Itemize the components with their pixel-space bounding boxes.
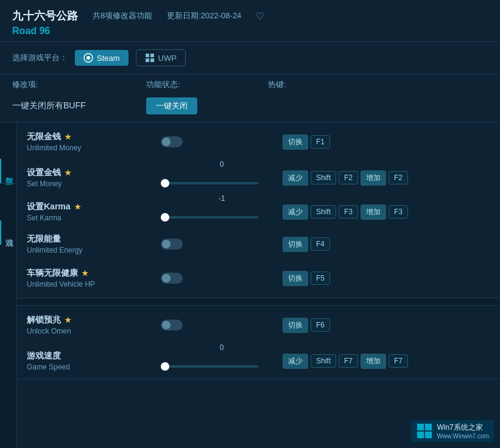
mod-name-en: Set Money <box>27 180 161 188</box>
hotkey-btn-f4[interactable]: F4 <box>311 237 330 251</box>
steam-icon <box>83 53 93 63</box>
mod-name-en: Unlimited Money <box>27 144 161 152</box>
svg-rect-7 <box>425 424 432 430</box>
hotkey-btn-f7-dec[interactable]: F7 <box>339 354 358 368</box>
sidebar: 数据 游戏 <box>0 122 17 448</box>
watermark: Win7系统之家 Www.Winwin7.com <box>411 420 494 442</box>
hotkey-btn-increase[interactable]: 增加 <box>361 170 386 186</box>
slider-value: 0 <box>220 343 224 352</box>
mod-name-area: 车辆无限健康 ★ Unlimited Vehicle HP <box>27 268 161 289</box>
slider-track[interactable] <box>161 365 258 368</box>
hotkey-btn-f3-inc[interactable]: F3 <box>389 205 408 219</box>
toggle-switch[interactable] <box>161 320 183 331</box>
table-row: 车辆无限健康 ★ Unlimited Vehicle HP 切换 F5 <box>17 261 500 295</box>
svg-rect-3 <box>150 54 154 57</box>
heart-icon[interactable]: ♡ <box>256 10 264 22</box>
svg-rect-8 <box>417 432 424 438</box>
onekey-btn-area: 一键关闭 <box>146 97 268 114</box>
mod-hotkey-area: 切换 F4 <box>283 237 490 252</box>
hotkey-btn-toggle[interactable]: 切换 <box>283 135 308 150</box>
slider-thumb[interactable] <box>161 362 169 371</box>
mod-name-en: Unlimited Energy <box>27 246 161 254</box>
col-hotkey-header: 热键: <box>268 79 488 90</box>
mod-name-cn: 设置Karma ★ <box>27 201 161 212</box>
uwp-platform-btn[interactable]: UWP <box>136 49 186 66</box>
game-title-cn: 九十六号公路 <box>12 9 78 23</box>
svg-rect-5 <box>150 58 154 62</box>
platform-label: 选择游戏平台： <box>12 52 68 63</box>
mod-row-top: 设置金钱 ★ Set Money 0 减少 Shift <box>17 159 500 193</box>
hotkey-btn-increase[interactable]: 增加 <box>361 205 386 220</box>
hotkey-btn-shift[interactable]: Shift <box>311 171 336 184</box>
hotkey-btn-shift[interactable]: Shift <box>311 354 336 368</box>
mod-row-top: 设置Karma ★ Set Karma -1 减少 Shift <box>17 193 500 227</box>
slider-thumb[interactable] <box>161 213 169 222</box>
table-row: 设置Karma ★ Set Karma -1 减少 Shift <box>17 193 500 227</box>
star-icon: ★ <box>82 269 88 278</box>
hotkey-btn-increase[interactable]: 增加 <box>361 354 386 369</box>
hotkey-btn-f3-dec[interactable]: F3 <box>339 205 358 219</box>
star-icon: ★ <box>74 203 81 211</box>
update-date: 更新日期:2022-08-24 <box>167 10 241 21</box>
hotkey-btn-f6[interactable]: F6 <box>311 318 330 332</box>
hotkey-btn-decrease[interactable]: 减少 <box>283 354 308 369</box>
svg-rect-4 <box>146 58 149 62</box>
mod-name-area: 设置Karma ★ Set Karma <box>27 201 161 222</box>
star-icon: ★ <box>65 169 71 177</box>
mod-name-en: Unlock Omen <box>27 327 161 335</box>
mod-name-cn: 解锁预兆 ★ <box>27 315 161 326</box>
hotkey-btn-decrease[interactable]: 减少 <box>283 205 308 220</box>
mod-name-cn: 无限能量 <box>27 234 161 245</box>
mod-name-area: 游戏速度 Game Speed <box>27 351 161 371</box>
main-content: 数据 游戏 无限金钱 ★ Unlimited Money 切换 F1 <box>0 122 500 448</box>
col-mod-header: 修改项: <box>12 79 146 90</box>
slider-track[interactable] <box>161 216 258 219</box>
hotkey-btn-f1[interactable]: F1 <box>311 135 330 149</box>
mod-slider-control: 0 <box>161 354 283 368</box>
mod-hotkey-area: 减少 Shift F3 增加 F3 <box>283 205 490 220</box>
watermark-text: Win7系统之家 Www.Winwin7.com <box>437 422 489 439</box>
table-row: 游戏速度 Game Speed 0 减少 Shift <box>17 342 500 376</box>
hotkey-btn-shift[interactable]: Shift <box>311 205 336 219</box>
mod-name-cn: 无限金钱 ★ <box>27 131 161 142</box>
mod-slider-control: -1 <box>161 205 283 219</box>
mod-count: 共8项修改器功能 <box>93 10 152 21</box>
hotkey-btn-decrease[interactable]: 减少 <box>283 170 308 186</box>
table-row: 解锁预兆 ★ Unlock Omen 切换 F6 <box>17 308 500 342</box>
slider-thumb[interactable] <box>161 179 169 187</box>
star-icon: ★ <box>65 133 71 141</box>
toggle-switch[interactable] <box>161 239 183 250</box>
uwp-icon <box>145 53 155 63</box>
hotkey-btn-f5[interactable]: F5 <box>311 271 330 285</box>
hotkey-btn-f2-dec[interactable]: F2 <box>339 171 358 184</box>
mod-name-area: 无限能量 Unlimited Energy <box>27 234 161 254</box>
onekey-row: 一键关闭所有BUFF 一键关闭 <box>0 93 500 122</box>
header: 九十六号公路 共8项修改器功能 更新日期:2022-08-24 ♡ Road 9… <box>0 0 500 42</box>
svg-rect-2 <box>146 54 149 57</box>
mod-hotkey-area: 切换 F6 <box>283 318 490 333</box>
mod-name-area: 解锁预兆 ★ Unlock Omen <box>27 315 161 335</box>
toggle-switch[interactable] <box>161 273 183 284</box>
hotkey-btn-toggle[interactable]: 切换 <box>283 271 308 286</box>
sidebar-item-game[interactable]: 游戏 <box>0 220 17 245</box>
sidebar-item-data[interactable]: 数据 <box>0 159 17 183</box>
steam-platform-btn[interactable]: Steam <box>75 50 129 66</box>
mod-hotkey-area: 减少 Shift F7 增加 F7 <box>283 354 490 369</box>
col-headers: 修改项: 功能状态: 热键: <box>0 74 500 93</box>
mod-name-en: Unlimited Vehicle HP <box>27 280 161 289</box>
slider-value: -1 <box>219 194 225 203</box>
sidebar-divider-1 <box>0 183 16 184</box>
onekey-btn[interactable]: 一键关闭 <box>146 97 197 114</box>
slider-value: 0 <box>220 160 224 169</box>
hotkey-btn-f2-inc[interactable]: F2 <box>389 171 408 184</box>
onekey-label: 一键关闭所有BUFF <box>12 100 146 111</box>
hotkey-btn-toggle[interactable]: 切换 <box>283 318 308 333</box>
hotkey-btn-f7-inc[interactable]: F7 <box>389 354 408 368</box>
table-row: 无限金钱 ★ Unlimited Money 切换 F1 <box>17 125 500 159</box>
slider-track[interactable] <box>161 182 258 184</box>
mod-name-cn: 车辆无限健康 ★ <box>27 268 161 279</box>
hotkey-btn-toggle[interactable]: 切换 <box>283 237 308 252</box>
mod-hotkey-area: 切换 F5 <box>283 271 490 286</box>
mod-toggle-area <box>161 136 283 147</box>
toggle-switch[interactable] <box>161 136 183 147</box>
